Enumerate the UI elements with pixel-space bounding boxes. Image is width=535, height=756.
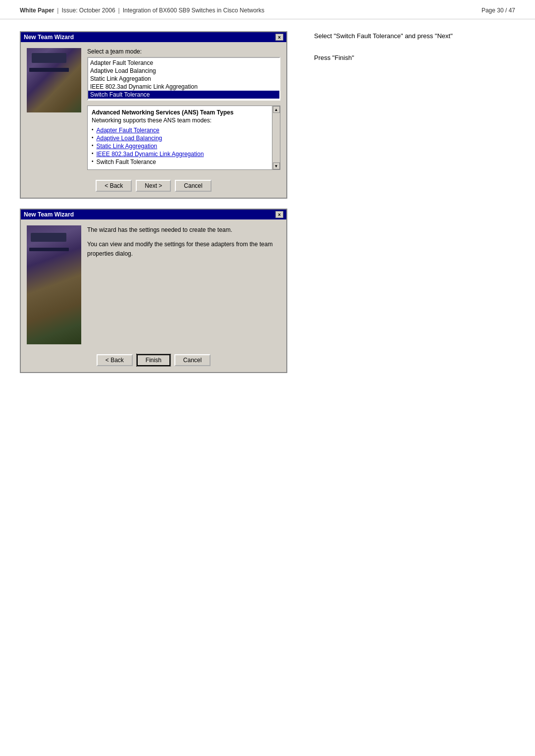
description-box: Advanced Networking Services (ANS) Team …	[87, 106, 280, 170]
text-sft: Switch Fault Tolerance	[97, 159, 157, 165]
dialogs-column: New Team Wizard × Select a team mode: Ad…	[20, 31, 297, 373]
dialog2-body: The wizard has the settings needed to cr…	[21, 219, 286, 350]
dialog1-titlebar: New Team Wizard ×	[21, 32, 286, 42]
bullet-sft2: • Switch Fault Tolerance	[92, 159, 268, 165]
dialog2-buttons: < Back Finish Cancel	[21, 350, 286, 372]
instructions-column: Select "Switch Fault Tolerance" and pres…	[309, 31, 515, 373]
dialog1-body: Select a team mode: Adapter Fault Tolera…	[21, 42, 286, 176]
main-content: New Team Wizard × Select a team mode: Ad…	[0, 19, 535, 385]
bullet-dot-3: •	[92, 143, 94, 148]
description-content: Advanced Networking Services (ANS) Team …	[88, 106, 272, 169]
listbox-item-aft[interactable]: Adapter Fault Tolerance	[88, 59, 279, 67]
separator2: |	[118, 7, 120, 14]
dialog2-finish-button[interactable]: Finish	[137, 354, 170, 366]
dialog2-content: The wizard has the settings needed to cr…	[87, 225, 280, 344]
wizard-text1: The wizard has the settings needed to cr…	[87, 225, 280, 235]
link-alb[interactable]: Adaptive Load Balancing	[97, 135, 162, 142]
bullet-dot-4: •	[92, 151, 94, 156]
dialog2-image	[27, 225, 81, 344]
listbox-item-sft[interactable]: Switch Fault Tolerance	[88, 91, 279, 99]
scroll-track	[272, 113, 280, 162]
dialog1-image	[27, 48, 81, 112]
dialog2: New Team Wizard × The wizard has the set…	[20, 209, 287, 373]
link-sla[interactable]: Static Link Aggregation	[97, 143, 158, 150]
dialog1-title: New Team Wizard	[24, 34, 74, 41]
wizard-text2: You can view and modify the settings for…	[87, 240, 280, 259]
dialog2-cancel-button[interactable]: Cancel	[174, 354, 211, 366]
link-ieee[interactable]: IEEE 802.3ad Dynamic Link Aggregation	[97, 151, 204, 158]
bullet-dot-1: •	[92, 127, 94, 132]
listbox-item-sla[interactable]: Static Link Aggregation	[88, 75, 279, 83]
bullet-dot-2: •	[92, 135, 94, 140]
description-body: Networking supports these ANS team modes…	[92, 117, 268, 124]
dialog2-title: New Team Wizard	[24, 211, 74, 218]
team-mode-listbox[interactable]: Adapter Fault Tolerance Adaptive Load Ba…	[87, 57, 280, 101]
document-title: Integration of BX600 SB9 Switches in Cis…	[123, 7, 265, 14]
scroll-up-arrow[interactable]: ▲	[273, 106, 280, 113]
white-paper-label: White Paper	[20, 7, 54, 14]
dialog1-next-button[interactable]: Next >	[136, 180, 171, 192]
dialog1-buttons: < Back Next > Cancel	[21, 176, 286, 198]
dialog2-close-button[interactable]: ×	[275, 211, 283, 218]
scroll-down-arrow[interactable]: ▼	[273, 162, 280, 169]
bullet-alb: • Adaptive Load Balancing	[92, 135, 268, 142]
dialog1-content: Select a team mode: Adapter Fault Tolera…	[87, 48, 280, 170]
dialog2-back-button[interactable]: < Back	[97, 354, 133, 366]
dialog1-close-button[interactable]: ×	[275, 34, 283, 41]
team-mode-label: Select a team mode:	[87, 48, 280, 55]
header-left: White Paper | Issue: October 2006 | Inte…	[20, 7, 265, 14]
issue-label: Issue: October 2006	[61, 7, 115, 14]
instruction-step1: Select "Switch Fault Tolerance" and pres…	[314, 31, 515, 41]
listbox-item-ieee[interactable]: IEEE 802.3ad Dynamic Link Aggregation	[88, 83, 279, 91]
link-aft[interactable]: Adapter Fault Tolerance	[97, 127, 160, 134]
bullet-sla: • Static Link Aggregation	[92, 143, 268, 150]
bullet-ieee: • IEEE 802.3ad Dynamic Link Aggregation	[92, 151, 268, 158]
dialog1: New Team Wizard × Select a team mode: Ad…	[20, 31, 287, 199]
dialog2-titlebar: New Team Wizard ×	[21, 210, 286, 219]
dialog1-cancel-button[interactable]: Cancel	[175, 180, 211, 192]
dialog1-back-button[interactable]: < Back	[96, 180, 132, 192]
separator1: |	[57, 7, 58, 14]
instruction-step2: Press "Finish"	[314, 53, 515, 63]
description-title: Advanced Networking Services (ANS) Team …	[92, 109, 268, 116]
bullet-dot-5: •	[92, 159, 94, 164]
listbox-item-alb[interactable]: Adaptive Load Balancing	[88, 67, 279, 75]
page-header: White Paper | Issue: October 2006 | Inte…	[0, 0, 535, 19]
page-info: Page 30 / 47	[482, 7, 515, 14]
description-scrollbar: ▲ ▼	[272, 106, 280, 169]
bullet-aft: • Adapter Fault Tolerance	[92, 127, 268, 134]
